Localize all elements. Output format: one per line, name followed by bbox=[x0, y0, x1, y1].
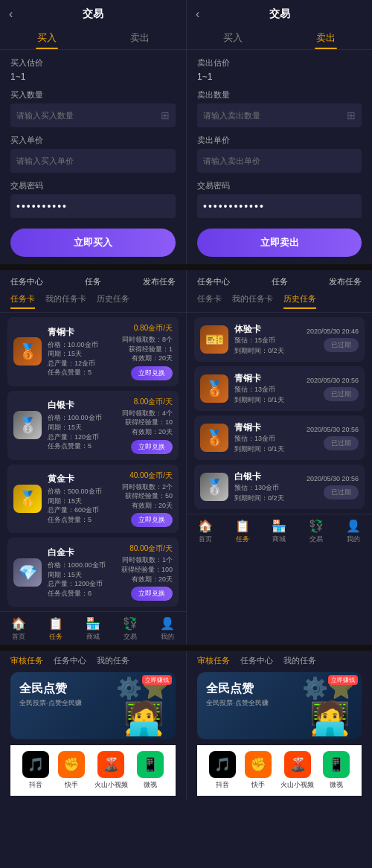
left-task-tabs: 任务卡 我的任务卡 历史任务 bbox=[0, 290, 186, 313]
right-nav-trade[interactable]: 💱 交易 bbox=[298, 519, 335, 544]
left-app-weishi[interactable]: 📱 微视 bbox=[137, 751, 164, 790]
left-nav-shop[interactable]: 🏪 商城 bbox=[74, 616, 112, 642]
left-task-icon-1: 🥈 bbox=[13, 411, 42, 439]
right-history-info-0: 体验卡 预估：15金币到期时间：0/2天 bbox=[234, 323, 301, 356]
right-history-date-0: 2020/05/30 20:46 bbox=[307, 328, 359, 335]
right-unit-input[interactable] bbox=[203, 156, 356, 165]
right-audit-tab-2[interactable]: 我的任务 bbox=[283, 655, 316, 666]
right-task-tab-0[interactable]: 任务卡 bbox=[197, 293, 222, 309]
trade-icon: 💱 bbox=[123, 616, 138, 631]
left-tab-sell[interactable]: 卖出 bbox=[93, 25, 186, 49]
right-history-card-2: 🥉 青铜卡 预估：13金币到期时间：0/1天 2020/05/30 20:56 … bbox=[194, 415, 365, 460]
right-kuaishou-label: 快手 bbox=[251, 780, 265, 790]
right-app-huoshan[interactable]: 🌋 火山小视频 bbox=[280, 751, 314, 790]
left-task-name-2: 黄金卡 bbox=[48, 473, 116, 485]
right-unit-input-wrap bbox=[197, 149, 362, 173]
left-publish-label[interactable]: 发布任务 bbox=[143, 276, 176, 287]
right-history-date-1: 2020/05/30 20:56 bbox=[307, 377, 359, 384]
right-app-weishi[interactable]: 📱 微视 bbox=[323, 751, 350, 790]
left-task-detail-2: 价格：500.00金币周期：15天总产量：600金币任务点赞量：5 bbox=[48, 487, 116, 524]
left-task-card-0: 🥉 青铜卡 价格：10.00金币周期：15天总产量：12金币任务点赞量：5 0.… bbox=[7, 317, 179, 386]
left-task-right-2: 40.00金币/天 同时领取数：2个获得经验量：50有效期：20天 立即兑换 bbox=[122, 470, 173, 528]
right-audit-tab-0[interactable]: 审核任务 bbox=[197, 655, 230, 666]
right-trade-nav: ‹ 交易 bbox=[187, 0, 372, 25]
left-task-tab-1[interactable]: 我的任务卡 bbox=[45, 293, 86, 309]
left-pwd-input-wrap: •••••••••• bbox=[10, 194, 176, 218]
left-nav-task-label: 任务 bbox=[49, 632, 62, 642]
left-task-tab-2[interactable]: 历史任务 bbox=[97, 293, 129, 309]
right-nav-mine[interactable]: 👤 我的 bbox=[335, 519, 372, 544]
left-qty-icon: ⊞ bbox=[161, 109, 170, 121]
left-task-screen: 任务中心 任务 发布任务 任务卡 我的任务卡 历史任务 🥉 青铜卡 价格：10.… bbox=[0, 270, 186, 645]
right-tab-buy[interactable]: 买入 bbox=[187, 25, 280, 49]
left-app-kuaishou[interactable]: ✊ 快手 bbox=[58, 751, 85, 790]
left-unit-input[interactable] bbox=[16, 156, 170, 165]
left-exchange-btn-0[interactable]: 立即兑换 bbox=[131, 366, 173, 380]
left-nav-shop-label: 商城 bbox=[86, 632, 100, 642]
right-sell-button[interactable]: 立即卖出 bbox=[197, 229, 362, 257]
right-qty-input[interactable] bbox=[203, 111, 347, 120]
right-nav-home-label: 首页 bbox=[199, 534, 212, 544]
left-task-detail-1: 价格：100.00金币周期：15天总产量：120金币任务点赞量：5 bbox=[48, 413, 116, 450]
right-publish-label[interactable]: 发布任务 bbox=[329, 276, 362, 287]
right-expired-btn-2: 已过期 bbox=[324, 436, 359, 450]
left-nav-task[interactable]: 📋 任务 bbox=[37, 616, 74, 642]
left-exchange-btn-1[interactable]: 立即兑换 bbox=[131, 440, 173, 454]
right-task-tab-1[interactable]: 我的任务卡 bbox=[232, 293, 273, 309]
left-audit-tab-1[interactable]: 任务中心 bbox=[54, 655, 86, 666]
right-task-tab-2[interactable]: 历史任务 bbox=[283, 293, 316, 309]
left-task-stats-2: 同时领取数：2个获得经验量：50有效期：20天 bbox=[122, 482, 173, 511]
left-tab-buy[interactable]: 买入 bbox=[0, 25, 93, 49]
left-qty-label: 买入数量 bbox=[10, 89, 176, 100]
left-task-rate-0: 0.80金币/天 bbox=[122, 323, 173, 334]
left-nav-trade[interactable]: 💱 交易 bbox=[112, 616, 149, 642]
right-history-info-1: 青铜卡 预估：13金币到期时间：0/1天 bbox=[234, 372, 301, 405]
left-exchange-btn-3[interactable]: 立即兑换 bbox=[131, 587, 173, 601]
left-audit-tab-0[interactable]: 审核任务 bbox=[10, 655, 43, 666]
right-trade-icon: 💱 bbox=[309, 519, 324, 533]
right-price-value: 1~1 bbox=[197, 71, 362, 82]
right-nav-task[interactable]: 📋 任务 bbox=[224, 519, 261, 544]
right-promo-title: 全民点赞 bbox=[206, 681, 353, 697]
left-audit-screen: 审核任务 任务中心 我的任务 全民点赞 全民投票·点赞全民赚 ⚙️⭐ 🧑‍💻 立… bbox=[0, 651, 186, 800]
left-unit-input-wrap bbox=[10, 149, 176, 173]
right-trade-tabs: 买入 卖出 bbox=[187, 25, 372, 50]
left-app-huoshan[interactable]: 🌋 火山小视频 bbox=[94, 751, 128, 790]
left-task-header: 任务中心 任务 发布任务 bbox=[0, 270, 186, 290]
left-task-detail-0: 价格：10.00金币周期：15天总产量：12金币任务点赞量：5 bbox=[48, 340, 116, 377]
left-app-douyin[interactable]: 🎵 抖音 bbox=[22, 751, 49, 790]
right-app-kuaishou[interactable]: ✊ 快手 bbox=[245, 751, 272, 790]
right-history-name-1: 青铜卡 bbox=[234, 372, 301, 385]
left-pwd-dots: •••••••••• bbox=[16, 200, 68, 212]
right-trade-form: 卖出估价 1~1 卖出数量 ⊞ 卖出单价 交易密码 •••••••••••• 立… bbox=[187, 50, 372, 264]
left-trade-nav: ‹ 交易 bbox=[0, 0, 186, 25]
left-task-tab-0[interactable]: 任务卡 bbox=[10, 293, 35, 309]
left-nav-mine-label: 我的 bbox=[161, 632, 174, 642]
right-back-arrow[interactable]: ‹ bbox=[196, 7, 199, 21]
right-history-right-2: 2020/05/30 20:56 已过期 bbox=[307, 426, 359, 450]
left-task-rate-1: 8.00金币/天 bbox=[122, 397, 173, 407]
left-buy-button[interactable]: 立即买入 bbox=[10, 229, 176, 257]
left-back-arrow[interactable]: ‹ bbox=[9, 7, 13, 21]
right-unit-label: 卖出单价 bbox=[197, 135, 362, 146]
left-audit-section: 审核任务 任务中心 我的任务 全民点赞 全民投票·点赞全民赚 ⚙️⭐ 🧑‍💻 立… bbox=[0, 651, 186, 800]
left-trade-title: 交易 bbox=[83, 7, 103, 21]
left-task-rate-3: 80.00金币/天 bbox=[121, 543, 173, 554]
left-task-icon-0: 🥉 bbox=[13, 337, 42, 366]
left-audit-tab-2[interactable]: 我的任务 bbox=[97, 655, 129, 666]
right-nav-shop[interactable]: 🏪 商城 bbox=[261, 519, 298, 544]
left-nav-mine[interactable]: 👤 我的 bbox=[149, 616, 186, 642]
right-app-douyin[interactable]: 🎵 抖音 bbox=[209, 751, 236, 790]
right-history-detail-2: 预估：13金币到期时间：0/1天 bbox=[234, 434, 301, 454]
left-promo-banner: 全民点赞 全民投票·点赞全民赚 ⚙️⭐ 🧑‍💻 立即赚钱 bbox=[10, 672, 176, 739]
right-tab-sell[interactable]: 卖出 bbox=[280, 25, 373, 49]
left-nav-home[interactable]: 🏠 首页 bbox=[0, 616, 37, 642]
right-history-icon-0: 🎫 bbox=[200, 325, 228, 354]
left-qty-input[interactable] bbox=[16, 111, 161, 120]
right-nav-home[interactable]: 🏠 首页 bbox=[187, 519, 224, 544]
shop-icon: 🏪 bbox=[86, 616, 100, 631]
right-audit-tab-1[interactable]: 任务中心 bbox=[240, 655, 273, 666]
left-task-right-3: 80.00金币/天 同时领取数：1个获得经验量：100有效期：20天 立即兑换 bbox=[121, 543, 173, 601]
right-nav-task-label: 任务 bbox=[236, 534, 249, 544]
left-exchange-btn-2[interactable]: 立即兑换 bbox=[131, 513, 173, 527]
